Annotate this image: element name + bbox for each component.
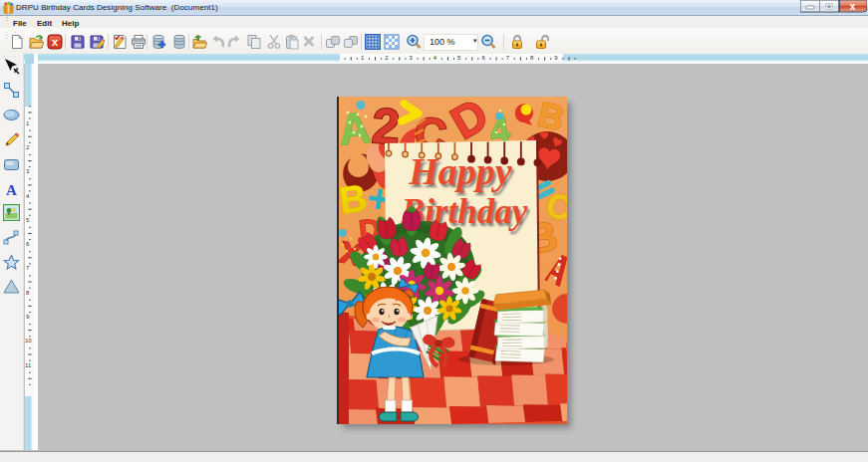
svg-text:Happy: Happy: [408, 150, 512, 192]
svg-text:A: A: [6, 182, 17, 198]
svg-text:A: A: [339, 103, 373, 154]
svg-text:x: x: [52, 36, 59, 48]
svg-text:x: x: [850, 1, 856, 12]
